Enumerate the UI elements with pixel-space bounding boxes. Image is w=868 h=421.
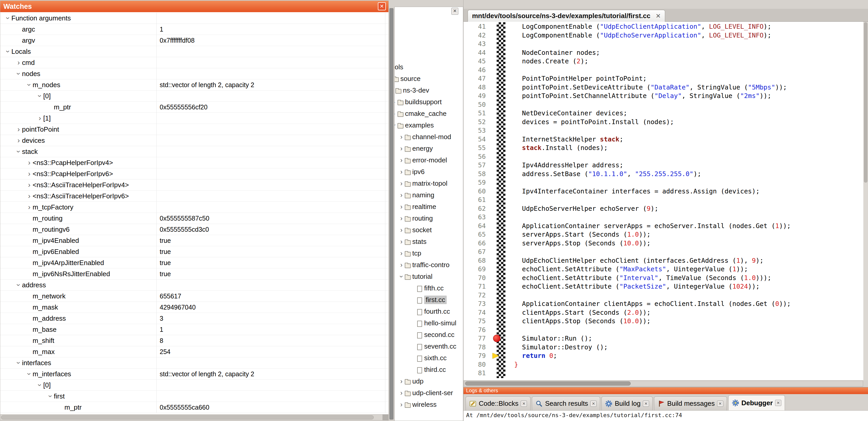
code-line[interactable]: 62 UdpEchoServerHelper echoServer (9); xyxy=(464,204,864,213)
tree-pane-close-icon[interactable]: ✕ xyxy=(451,8,458,15)
tree-vscrollbar[interactable] xyxy=(389,8,394,420)
line-number[interactable]: 50 xyxy=(464,100,488,109)
tree-item[interactable]: seventh.cc xyxy=(395,341,463,352)
code-line[interactable]: 48 pointToPoint.SetDeviceAttribute ("Dat… xyxy=(464,83,864,92)
gutter-marker-cell[interactable] xyxy=(488,170,514,179)
gutter-marker-cell[interactable] xyxy=(488,351,514,360)
watch-row[interactable]: ›m_ptr0x5555555ca660 xyxy=(0,402,389,413)
tab-close-icon[interactable]: ✕ xyxy=(717,400,723,407)
collapse-icon[interactable]: › xyxy=(13,70,24,77)
watch-row[interactable]: ›argc1 xyxy=(0,24,389,35)
tab-search-results[interactable]: Search results✕ xyxy=(532,396,600,411)
watch-row[interactable]: ›Locals xyxy=(0,46,389,57)
code-line[interactable]: 71 echoClient.SetAttribute ("PacketSize"… xyxy=(464,282,864,291)
watch-row[interactable]: ›first xyxy=(0,391,389,402)
editor-tab-close-icon[interactable]: ✕ xyxy=(655,12,661,20)
watch-row[interactable]: ›argv0x7fffffffdf08 xyxy=(0,35,389,46)
watch-row[interactable]: ›devices xyxy=(0,135,389,146)
line-number[interactable]: 59 xyxy=(464,178,488,187)
tree-item[interactable]: ›tutorial xyxy=(395,271,463,282)
editor-vscrollbar-thumb[interactable] xyxy=(864,22,867,183)
watch-row[interactable]: ›interfaces xyxy=(0,357,389,368)
expand-icon[interactable]: › xyxy=(26,180,33,190)
expand-icon[interactable]: › xyxy=(398,157,404,164)
line-number[interactable]: 47 xyxy=(464,74,488,83)
code-line[interactable]: 47 PointToPointHelper pointToPoint; xyxy=(464,74,864,83)
gutter-marker-cell[interactable] xyxy=(488,299,514,308)
line-number[interactable]: 48 xyxy=(464,83,488,92)
code-line[interactable]: 55 stack.Install (nodes); xyxy=(464,143,864,152)
code-line[interactable]: 77 Simulator::Run (); xyxy=(464,334,864,343)
code-line[interactable]: 60 Ipv4InterfaceContainer interfaces = a… xyxy=(464,187,864,196)
gutter-marker-cell[interactable] xyxy=(488,256,514,265)
line-number[interactable]: 49 xyxy=(464,92,488,100)
gutter-marker-cell[interactable] xyxy=(488,230,514,239)
tree-item[interactable]: ›matrix-topol xyxy=(395,177,463,189)
tab-build-log[interactable]: Build log✕ xyxy=(601,396,653,411)
expand-icon[interactable]: › xyxy=(395,110,397,118)
code-editor[interactable]: 41 LogComponentEnable ("UdpEchoClientApp… xyxy=(464,22,864,380)
line-number[interactable]: 57 xyxy=(464,161,488,170)
line-number[interactable]: 81 xyxy=(464,369,488,378)
code-line[interactable]: 72 xyxy=(464,291,864,300)
gutter-marker-cell[interactable] xyxy=(488,22,514,31)
expand-icon[interactable]: › xyxy=(398,401,404,408)
code-line[interactable]: 50 xyxy=(464,100,864,109)
line-number[interactable]: 63 xyxy=(464,213,488,222)
watches-hscrollbar[interactable] xyxy=(0,414,389,420)
watch-row[interactable]: ›m_ipv6NsRsJitterEnabledtrue xyxy=(0,268,389,280)
collapse-icon[interactable]: › xyxy=(24,370,35,377)
gutter-marker-cell[interactable] xyxy=(488,152,514,161)
collapse-icon[interactable]: › xyxy=(13,282,24,288)
watch-row[interactable]: ›m_nodesstd::vector of length 2, capacit… xyxy=(0,79,389,91)
expand-icon[interactable]: › xyxy=(398,180,404,187)
watch-row[interactable]: ›m_ipv4ArpJitterEnabledtrue xyxy=(0,257,389,268)
line-number[interactable]: 41 xyxy=(464,22,488,31)
line-number[interactable]: 51 xyxy=(464,109,488,118)
watch-row[interactable]: ›m_routing0x555555587c50 xyxy=(0,213,389,224)
code-line[interactable]: 45 nodes.Create (2); xyxy=(464,57,864,66)
expand-icon[interactable]: › xyxy=(398,145,404,152)
gutter-marker-cell[interactable] xyxy=(488,343,514,352)
collapse-icon[interactable]: › xyxy=(13,148,24,155)
code-line[interactable]: 76 xyxy=(464,326,864,334)
collapse-icon[interactable]: › xyxy=(398,273,405,280)
tree-item[interactable]: ›tcp xyxy=(395,248,463,259)
expand-icon[interactable]: › xyxy=(398,168,404,175)
gutter-marker-cell[interactable] xyxy=(488,178,514,187)
expand-icon[interactable]: › xyxy=(398,133,404,141)
line-number[interactable]: 43 xyxy=(464,39,488,48)
gutter-marker-cell[interactable] xyxy=(488,66,514,74)
code-line[interactable]: 69 echoClient.SetAttribute ("MaxPackets"… xyxy=(464,265,864,273)
collapse-icon[interactable]: › xyxy=(45,393,56,399)
gutter-marker-cell[interactable] xyxy=(488,195,514,204)
line-number[interactable]: 68 xyxy=(464,256,488,265)
watch-row[interactable]: ›m_address3 xyxy=(0,313,389,324)
line-number[interactable]: 79 xyxy=(464,351,488,360)
watch-row[interactable]: ›nodes xyxy=(0,68,389,79)
code-line[interactable]: 59 xyxy=(464,178,864,187)
code-line[interactable]: 70 echoClient.SetAttribute ("Interval", … xyxy=(464,273,864,282)
gutter-marker-cell[interactable] xyxy=(488,273,514,282)
code-line[interactable]: 43 xyxy=(464,39,864,48)
gutter-marker-cell[interactable] xyxy=(488,213,514,222)
code-line[interactable]: 73 ApplicationContainer clientApps = ech… xyxy=(464,299,864,308)
watch-row[interactable]: ›stack xyxy=(0,146,389,157)
line-number[interactable]: 53 xyxy=(464,126,488,135)
line-number[interactable]: 55 xyxy=(464,143,488,152)
expand-icon[interactable]: › xyxy=(398,378,404,385)
watch-row[interactable]: ›m_base1 xyxy=(0,324,389,335)
tree-item[interactable]: ›udp-client-ser xyxy=(395,387,463,399)
gutter-marker-cell[interactable] xyxy=(488,265,514,273)
code-line[interactable]: 80} xyxy=(464,360,864,369)
line-number[interactable]: 45 xyxy=(464,57,488,66)
gutter-marker-cell[interactable] xyxy=(488,83,514,92)
line-number[interactable]: 42 xyxy=(464,31,488,40)
watch-row[interactable]: ›m_tcpFactory xyxy=(0,202,389,213)
code-line[interactable]: 56 xyxy=(464,152,864,161)
watch-row[interactable]: ›<ns3::AsciiTraceHelperForIpv4> xyxy=(0,180,389,191)
editor-vscrollbar[interactable] xyxy=(863,22,868,380)
gutter-marker-cell[interactable] xyxy=(488,100,514,109)
line-number[interactable]: 76 xyxy=(464,326,488,334)
gutter-marker-cell[interactable] xyxy=(488,135,514,144)
